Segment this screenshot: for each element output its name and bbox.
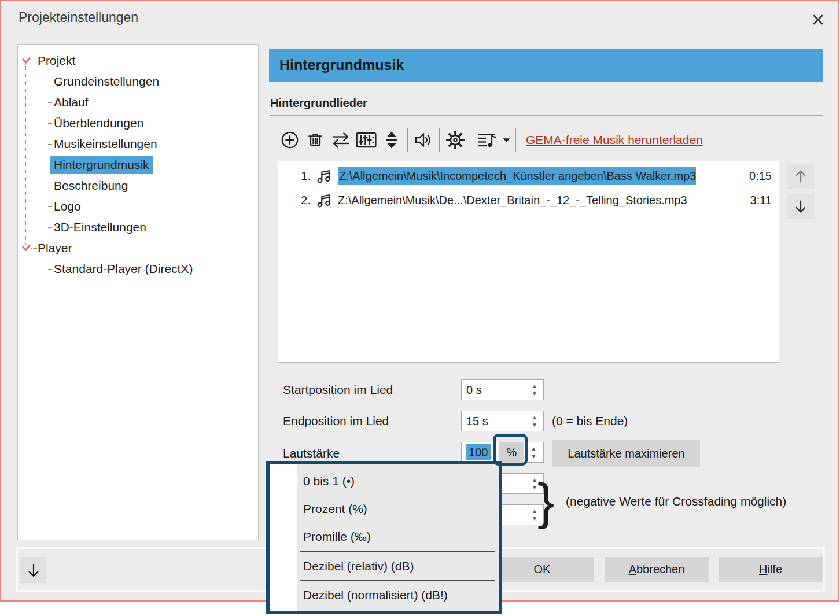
- move-up-button[interactable]: [787, 164, 814, 189]
- volume-unit-button[interactable]: %: [499, 442, 524, 463]
- equalizer-button[interactable]: [353, 127, 379, 153]
- start-position-field[interactable]: 0 s ▲ ▼: [461, 379, 544, 400]
- unit-option-percent[interactable]: Prozent (%): [270, 495, 499, 522]
- arrow-up-icon: [792, 168, 809, 185]
- sidebar-item-label-selected: Hintergrundmusik: [50, 156, 153, 174]
- section-title: Hintergrundlieder: [270, 97, 367, 110]
- playlist-menu-button[interactable]: [500, 127, 513, 153]
- arrow-down-icon: [24, 561, 43, 580]
- gema-music-link[interactable]: GEMA-freie Musik herunterladen: [526, 133, 703, 147]
- fit-height-icon: [381, 130, 402, 150]
- volume-icon: [412, 130, 434, 150]
- fit-height-button[interactable]: [379, 127, 404, 153]
- start-position-label: Startposition im Lied: [283, 383, 393, 397]
- start-position-spinner[interactable]: ▲ ▼: [526, 384, 543, 396]
- add-icon: [279, 130, 300, 150]
- sidebar-item-logo[interactable]: Logo: [18, 197, 257, 216]
- dialog-title: Projekteinstellungen: [19, 10, 138, 25]
- song-row[interactable]: 2. Z:\Allgemein\Musik\De...\Dexter_Brita…: [278, 189, 779, 211]
- song-duration: 0:15: [749, 169, 779, 183]
- toolbar-separator: [407, 128, 408, 152]
- close-icon: [812, 13, 824, 26]
- volume-button[interactable]: [411, 127, 436, 153]
- settings-button[interactable]: [443, 127, 468, 153]
- end-position-value[interactable]: 15 s: [462, 415, 526, 428]
- delete-song-button[interactable]: [303, 127, 328, 153]
- sidebar-item-label: Musikeinstellungen: [50, 135, 161, 153]
- unit-option-0-1[interactable]: 0 bis 1 (•): [270, 467, 499, 495]
- expanded-arrow-icon: [21, 244, 31, 252]
- toolbar-separator: [439, 128, 440, 152]
- volume-spinner[interactable]: ▲ ▼: [524, 442, 544, 463]
- sidebar-item-projekt[interactable]: Projekt: [18, 51, 257, 71]
- unit-option-db-normalized[interactable]: Dezibel (normalisiert) (dB!): [270, 581, 499, 608]
- spinner-down-icon[interactable]: ▼: [532, 485, 537, 490]
- spinner-up-icon[interactable]: ▲: [532, 478, 537, 482]
- cancel-button[interactable]: Abbrechen: [605, 557, 709, 582]
- spinner-up-icon[interactable]: ▲: [532, 384, 537, 389]
- move-down-button[interactable]: [787, 194, 814, 219]
- end-position-label: Endposition im Lied: [283, 414, 389, 428]
- volume-label: Lautstärke: [283, 447, 340, 460]
- sidebar-item-ablauf[interactable]: Ablauf: [18, 93, 257, 112]
- end-position-field[interactable]: 15 s ▲ ▼: [461, 411, 544, 431]
- arrow-down-icon: [792, 198, 809, 215]
- move-page-down-button[interactable]: [20, 557, 46, 583]
- sidebar-item-player[interactable]: Player: [18, 238, 257, 258]
- sidebar-item-label: Grundeinstellungen: [50, 73, 163, 90]
- spinner-down-icon[interactable]: ▼: [532, 392, 537, 396]
- section-rule: [270, 115, 823, 116]
- sidebar-item-label: Standard-Player (DirectX): [50, 260, 197, 278]
- sidebar-item-3d-einstellungen[interactable]: 3D-Einstellungen: [18, 217, 257, 237]
- song-duration: 3:11: [750, 194, 779, 207]
- cancel-label-rest: bbrechen: [636, 563, 684, 576]
- end-position-spinner[interactable]: ▲ ▼: [526, 415, 543, 427]
- close-button[interactable]: [808, 9, 828, 30]
- menu-separator: [300, 551, 495, 552]
- sidebar-item-hintergrundmusik[interactable]: Hintergrundmusik: [18, 155, 257, 175]
- expanded-arrow-icon: [21, 57, 31, 64]
- page-header: Hintergrundmusik: [269, 49, 823, 82]
- song-list[interactable]: 1. Z:\Allgemein\Musik\Incompetech_Künstl…: [278, 161, 779, 363]
- unit-option-promille[interactable]: Promille (‰): [270, 523, 499, 550]
- playlist-button[interactable]: [474, 127, 500, 153]
- crossfade-hint: (negative Werte für Crossfading möglich): [566, 495, 786, 508]
- spinner-up-icon[interactable]: ▲: [532, 415, 537, 420]
- help-button[interactable]: Hilfe: [719, 557, 823, 582]
- spinner-down-icon[interactable]: ▼: [532, 423, 537, 427]
- ok-button[interactable]: OK: [490, 557, 594, 582]
- music-note-icon: [315, 191, 334, 209]
- playlist-icon: [476, 130, 498, 150]
- music-note-icon: [315, 167, 334, 185]
- cancel-label-initial: A: [629, 563, 636, 576]
- sidebar-item-label: Projekt: [34, 52, 79, 69]
- sidebar-item-label: Logo: [50, 198, 85, 215]
- spinner-up-icon[interactable]: ▲: [531, 447, 537, 451]
- toolbar-separator: [515, 128, 516, 152]
- spinner-down-icon[interactable]: ▼: [531, 454, 537, 459]
- sidebar-item-label: Player: [34, 239, 76, 257]
- song-path: Z:\Allgemein\Musik\De...\Dexter_Britain_…: [338, 194, 687, 207]
- song-index: 2.: [297, 194, 311, 207]
- settings-icon: [445, 130, 466, 150]
- spinner-up-icon[interactable]: ▲: [532, 509, 537, 514]
- sidebar-item-grundeinstellungen[interactable]: Grundeinstellungen: [18, 72, 257, 91]
- sidebar-item-standard-player[interactable]: Standard-Player (DirectX): [18, 259, 257, 279]
- menu-separator: [300, 580, 495, 581]
- unit-option-db-relative[interactable]: Dezibel (relativ) (dB): [270, 552, 499, 580]
- volume-value[interactable]: 100: [466, 444, 491, 460]
- song-index: 1.: [297, 169, 311, 183]
- sidebar-item-ueberblendungen[interactable]: Überblendungen: [18, 113, 257, 133]
- swap-order-button[interactable]: [328, 127, 353, 153]
- song-row[interactable]: 1. Z:\Allgemein\Musik\Incompetech_Künstl…: [278, 165, 779, 187]
- start-position-value[interactable]: 0 s: [462, 383, 526, 397]
- volume-field[interactable]: 100: [461, 442, 500, 463]
- maximize-volume-button[interactable]: Lautstärke maximieren: [552, 440, 700, 467]
- sidebar-item-label: Überblendungen: [50, 115, 148, 132]
- sidebar-item-musikeinstellungen[interactable]: Musikeinstellungen: [18, 134, 257, 154]
- delete-icon: [305, 130, 326, 150]
- song-toolbar: GEMA-freie Musik herunterladen: [277, 127, 703, 153]
- sidebar-item-beschreibung[interactable]: Beschreibung: [18, 176, 257, 196]
- spinner-down-icon[interactable]: ▼: [532, 517, 537, 521]
- add-song-button[interactable]: [277, 127, 303, 153]
